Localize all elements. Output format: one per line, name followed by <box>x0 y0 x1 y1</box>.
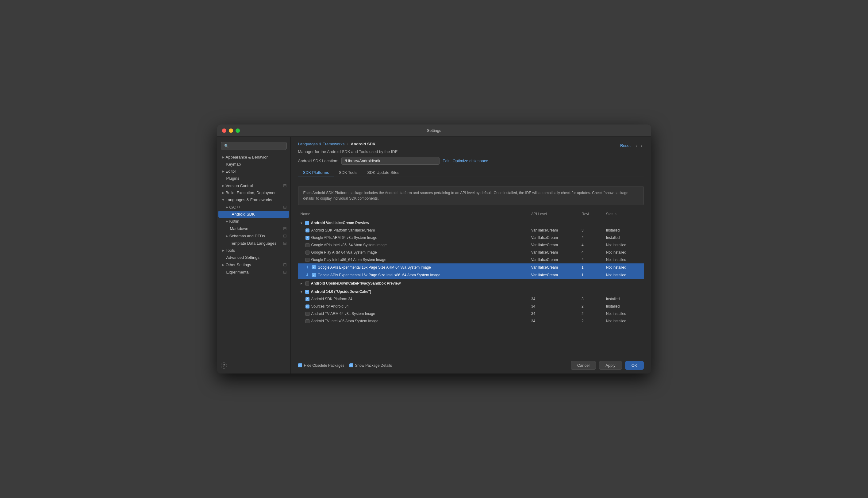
nav-back-button[interactable]: ‹ <box>634 143 638 148</box>
row-checkbox[interactable] <box>305 319 310 323</box>
sidebar-item-build[interactable]: ▶ Build, Execution, Deployment <box>217 189 290 196</box>
row-checkbox[interactable] <box>305 258 310 262</box>
tab-sdk-update-sites[interactable]: SDK Update Sites <box>362 168 404 177</box>
row-checkbox[interactable] <box>305 236 310 240</box>
help-button[interactable]: ? <box>221 363 227 369</box>
row-checkbox[interactable] <box>305 304 310 309</box>
row-rev: 2 <box>579 317 604 325</box>
sidebar-item-cpp[interactable]: ▶ C/C++ ⊟ <box>217 203 290 211</box>
apply-button[interactable]: Apply <box>599 361 622 370</box>
table-row[interactable]: Google Play Intel x86_64 Atom System Ima… <box>298 256 644 263</box>
row-checkbox[interactable] <box>312 265 316 269</box>
sidebar-item-version-control[interactable]: ▶ Version Control ⊟ <box>217 182 290 189</box>
sidebar-item-appearance[interactable]: ▶ Appearance & Behavior <box>217 154 290 161</box>
row-checkbox[interactable] <box>305 250 310 254</box>
sidebar-item-editor[interactable]: ▶ Editor <box>217 168 290 175</box>
show-details-label[interactable]: Show Package Details <box>349 363 392 368</box>
sidebar-item-keymap[interactable]: Keymap <box>217 161 290 168</box>
edit-icon: ⊟ <box>283 233 287 238</box>
table-row[interactable]: ▾Android VanillaIceCream Preview <box>298 218 644 227</box>
table-row[interactable]: ▾Android 14.0 ("UpsideDownCake") <box>298 287 644 295</box>
table-row[interactable]: Android TV ARM 64 v8a System Image342Not… <box>298 310 644 317</box>
group-name: Android 14.0 ("UpsideDownCake") <box>311 289 371 294</box>
edit-button[interactable]: Edit <box>443 159 449 163</box>
row-status: Not installed <box>604 317 644 325</box>
row-rev: 4 <box>579 249 604 256</box>
table-row[interactable]: ▸Android UpsideDownCakePrivacySandbox Pr… <box>298 279 644 287</box>
row-status: Not installed <box>604 263 644 271</box>
hide-obsolete-checkbox[interactable] <box>298 363 302 367</box>
sidebar-item-languages[interactable]: ▶ Languages & Frameworks <box>217 196 290 203</box>
breadcrumb-parent[interactable]: Languages & Frameworks <box>298 142 345 146</box>
search-input[interactable] <box>231 144 284 148</box>
sidebar-item-label: Build, Execution, Deployment <box>226 191 278 195</box>
minimize-button[interactable] <box>229 129 233 133</box>
table-row[interactable]: Sources for Android 34342Installed <box>298 303 644 310</box>
nav-forward-button[interactable]: › <box>640 143 644 148</box>
tab-sdk-tools[interactable]: SDK Tools <box>334 168 362 177</box>
row-api: VanillaIceCream <box>529 241 579 249</box>
content-header: Languages & Frameworks › Android SDK Res… <box>291 137 651 181</box>
show-details-checkbox[interactable] <box>349 363 353 367</box>
row-api: 34 <box>529 317 579 325</box>
group-checkbox[interactable] <box>305 290 309 294</box>
sidebar-item-label: Template Data Languages <box>226 241 277 246</box>
tabs: SDK Platforms SDK Tools SDK Update Sites <box>298 168 644 177</box>
sdk-location-field[interactable] <box>341 157 439 165</box>
breadcrumb-separator: › <box>347 142 348 146</box>
row-checkbox[interactable] <box>305 297 310 301</box>
sidebar-item-schemas[interactable]: ▶ Schemas and DTDs ⊟ <box>217 232 290 239</box>
traffic-lights <box>222 129 240 133</box>
sidebar-item-experimental[interactable]: Experimental ⊟ <box>217 268 290 276</box>
optimize-button[interactable]: Optimize disk space <box>452 159 488 163</box>
row-checkbox[interactable] <box>305 312 310 316</box>
edit-icon: ⊟ <box>283 205 287 209</box>
row-rev: 2 <box>579 310 604 317</box>
cancel-button[interactable]: Cancel <box>571 361 596 370</box>
footer-left: Hide Obsolete Packages Show Package Deta… <box>298 363 392 368</box>
group-checkbox[interactable] <box>305 281 309 286</box>
footer: Hide Obsolete Packages Show Package Deta… <box>291 357 651 374</box>
main-layout: 🔍 ▶ Appearance & Behavior Keymap ▶ Edito… <box>217 137 651 374</box>
sidebar-item-tools[interactable]: ▶ Tools <box>217 247 290 254</box>
ok-button[interactable]: OK <box>625 361 644 370</box>
row-checkbox[interactable] <box>305 228 310 233</box>
col-rev: Revi... <box>579 210 604 218</box>
expand-icon: ▾ <box>301 290 302 293</box>
row-api: 34 <box>529 303 579 310</box>
row-checkbox[interactable] <box>312 273 316 277</box>
chevron-right-icon: ▶ <box>222 156 224 159</box>
table-row[interactable]: Google APIs ARM 64 v8a System ImageVanil… <box>298 234 644 241</box>
sidebar-item-kotlin[interactable]: ▶ Kotlin <box>217 218 290 225</box>
close-button[interactable] <box>222 129 226 133</box>
row-checkbox[interactable] <box>305 243 310 247</box>
table-row[interactable]: Google Play ARM 64 v8a System ImageVanil… <box>298 249 644 256</box>
table-row[interactable]: Android TV Intel x86 Atom System Image34… <box>298 317 644 325</box>
table-row[interactable]: ⬇Google APIs Experimental 16k Page Size … <box>298 271 644 279</box>
row-status: Installed <box>604 295 644 303</box>
row-api: 34 <box>529 295 579 303</box>
reset-button[interactable]: Reset <box>620 143 631 148</box>
chevron-right-icon: ▶ <box>226 234 228 238</box>
group-checkbox[interactable] <box>305 221 309 225</box>
sidebar-item-template[interactable]: Template Data Languages ⊟ <box>217 239 290 247</box>
hide-obsolete-label[interactable]: Hide Obsolete Packages <box>298 363 344 368</box>
content-body: Each Android SDK Platform package includ… <box>291 181 651 357</box>
sidebar-item-advanced[interactable]: Advanced Settings <box>217 254 290 261</box>
sidebar-item-other[interactable]: ▶ Other Settings ⊟ <box>217 261 290 268</box>
table-row[interactable]: Google APIs Intel x86_64 Atom System Ima… <box>298 241 644 249</box>
group-name: Android VanillaIceCream Preview <box>311 221 369 225</box>
row-rev: 4 <box>579 256 604 263</box>
tab-sdk-platforms[interactable]: SDK Platforms <box>298 168 334 177</box>
chevron-right-icon: ▶ <box>222 170 224 173</box>
sidebar-item-markdown[interactable]: Markdown ⊟ <box>217 225 290 232</box>
table-row[interactable]: ⬇Google APIs Experimental 16k Page Size … <box>298 263 644 271</box>
table-row[interactable]: Android SDK Platform 34343Installed <box>298 295 644 303</box>
maximize-button[interactable] <box>236 129 240 133</box>
row-api: 34 <box>529 310 579 317</box>
table-row[interactable]: Android SDK Platform VanillaIceCreamVani… <box>298 227 644 234</box>
sidebar-item-plugins[interactable]: Plugins <box>217 175 290 182</box>
sidebar-item-android-sdk[interactable]: Android SDK <box>219 211 289 218</box>
sidebar-item-label: Schemas and DTDs <box>229 234 265 238</box>
search-box[interactable]: 🔍 <box>221 142 287 150</box>
